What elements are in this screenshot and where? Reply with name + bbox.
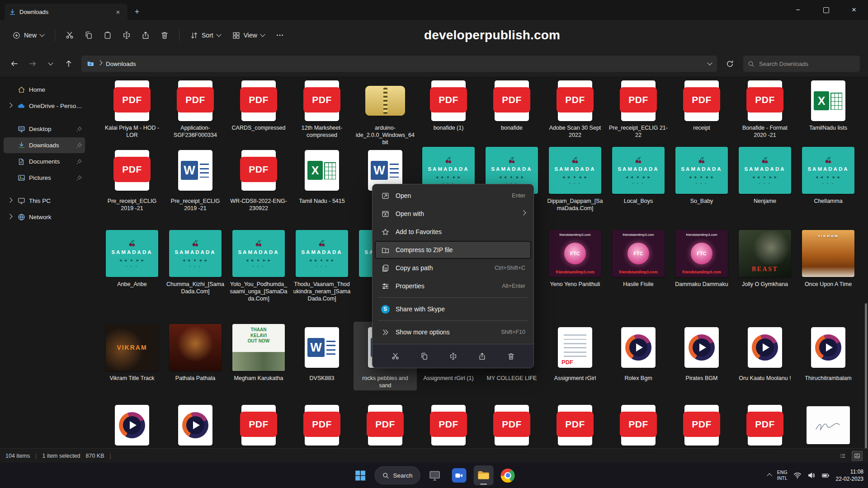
file-item[interactable]: PDF — [670, 403, 733, 450]
file-item[interactable]: PDF — [227, 403, 290, 450]
file-item-cards-compressed[interactable]: PDFCARDS_compressed — [227, 79, 290, 147]
file-item-thiruchitrambalam[interactable]: Thiruchitrambalam — [797, 322, 860, 390]
file-item[interactable]: PDF — [543, 403, 607, 450]
menu-item-copy-as-path[interactable]: Copy as pathCtrl+Shift+C — [375, 259, 531, 277]
expand-chevron-icon[interactable] — [7, 103, 12, 108]
sidebar-item-network[interactable]: Network — [4, 209, 85, 225]
file-item-once-upon-a-time[interactable]: VIKRAMOnce Upon A Time — [797, 228, 860, 304]
search-box[interactable] — [743, 56, 860, 72]
file-item-chellamma[interactable]: SAMADADA◄◄ ● ►►● ● ●Chellamma — [797, 145, 860, 213]
file-item-oru-kaatu-moolanu[interactable]: Oru Kaatu Moolanu ! — [733, 322, 797, 390]
address-bar[interactable]: Downloads — [81, 56, 717, 72]
sidebar-item-downloads[interactable]: Downloads — [4, 137, 85, 153]
paste-button[interactable] — [99, 27, 116, 43]
start-button[interactable] — [350, 465, 370, 485]
file-item-megham-karukatha[interactable]: THAANKELAVIOUT NOWMegham Karukatha — [227, 322, 290, 390]
cut-button[interactable] — [61, 27, 78, 43]
file-item-rolex-bgm[interactable]: Rolex Bgm — [607, 322, 670, 390]
language-indicator[interactable]: ENG INTL — [777, 469, 788, 481]
share-button[interactable] — [474, 348, 490, 364]
file-item-bonafide-format-2020-21[interactable]: PDFBonafide - Format 2020 -21 — [733, 79, 797, 147]
new-button[interactable]: New — [8, 28, 48, 43]
volume-icon[interactable] — [807, 471, 816, 479]
file-item-dippam-dappam-samadada-com[interactable]: SAMADADA◄◄ ● ►►● ● ●Dippam_Dappam_[SamaD… — [543, 145, 607, 213]
file-item-wr-cdsii-2022-eng-230922[interactable]: PDFWR-CDSII-2022-ENG-230922 — [227, 145, 290, 213]
tab-close-icon[interactable]: × — [113, 7, 123, 17]
sidebar-item-onedrive-persona[interactable]: OneDrive - Persona — [4, 98, 85, 114]
file-item-nenjame[interactable]: SAMADADA◄◄ ● ►►● ● ●Nenjame — [733, 145, 797, 213]
file-item-tamilnadu-lists[interactable]: XTamilNadu lists — [797, 79, 860, 147]
file-item[interactable] — [164, 403, 227, 450]
details-view-button[interactable] — [837, 451, 848, 461]
copy-button[interactable] — [80, 27, 97, 43]
file-item-application-sgf236f000334[interactable]: PDFApplication-SGF236F000334 — [164, 79, 227, 147]
file-item-pirates-bgm[interactable]: Pirates BGM — [670, 322, 733, 390]
file-item[interactable]: PDF — [417, 403, 480, 450]
cut-button[interactable] — [387, 348, 403, 364]
chrome-icon[interactable] — [498, 465, 518, 485]
file-item-bonafide[interactable]: PDFbonafide — [480, 79, 543, 147]
file-explorer-icon[interactable] — [473, 465, 493, 485]
new-tab-button[interactable]: + — [129, 5, 145, 19]
battery-icon[interactable] — [821, 471, 830, 480]
file-item-vikram-title-track[interactable]: VIKRAMVikram Title Track — [100, 322, 164, 390]
file-item-pre-receipt-eclig-2019-21[interactable]: WPre_receipt_ECLIG 2019 -21 — [164, 145, 227, 213]
breadcrumb[interactable]: Downloads — [106, 61, 136, 67]
file-item-kalai-priya-m-hod-lor[interactable]: PDFKalai Priya M - HOD - LOR — [100, 79, 164, 147]
file-item-local-boys[interactable]: SAMADADA◄◄ ● ►►● ● ●Local_Boys — [607, 145, 670, 213]
file-item-hasile-fisile[interactable]: friendstamilmp3.comFTCfriendstamilmp3.co… — [607, 228, 670, 304]
file-item-12th-marksheet-compressed[interactable]: PDF12th Marksheet-compressed — [290, 79, 354, 147]
sidebar-item-desktop[interactable]: Desktop — [4, 121, 85, 137]
share-button[interactable] — [137, 27, 154, 43]
file-item-thodu-vaanam-thodukindra-neram-samadada-com[interactable]: SAMADADA◄◄ ● ►►● ● ●Thodu_Vaanam_Thoduki… — [290, 228, 354, 304]
file-item[interactable]: PDF — [354, 403, 417, 450]
expand-chevron-icon[interactable] — [7, 197, 12, 202]
menu-item-show-more-options[interactable]: Show more optionsShift+F10 — [375, 323, 531, 341]
maximize-button[interactable] — [812, 0, 840, 20]
sidebar-item-this-pc[interactable]: This PC — [4, 193, 85, 209]
delete-button[interactable] — [156, 27, 173, 43]
wifi-icon[interactable] — [793, 471, 802, 479]
menu-item-open[interactable]: OpenEnter — [375, 187, 531, 205]
file-item[interactable]: PDF — [480, 403, 543, 450]
back-button[interactable] — [6, 56, 23, 72]
file-item-tamil-nadu-5415[interactable]: XTamil Nadu - 5415 — [290, 145, 354, 213]
tray-chevron-icon[interactable] — [768, 471, 771, 479]
file-item-bonafide-1[interactable]: PDFbonafide (1) — [417, 79, 480, 147]
forward-button[interactable] — [24, 56, 41, 72]
search-input[interactable] — [758, 60, 855, 68]
menu-item-compress-to-zip-file[interactable]: Compress to ZIP file — [375, 241, 531, 259]
file-item[interactable]: PDF — [733, 403, 797, 450]
sidebar-item-pictures[interactable]: Pictures — [4, 170, 85, 186]
sort-button[interactable]: Sort — [186, 28, 225, 43]
file-item-pre-receipt-eclig-21-22[interactable]: PDFPre_receipt_ECLIG 21-22 — [607, 79, 670, 147]
sidebar-item-documents[interactable]: Documents — [4, 154, 85, 169]
file-item[interactable]: PDF — [607, 403, 670, 450]
minimize-button[interactable]: − — [784, 0, 812, 20]
see-more-button[interactable] — [272, 27, 288, 43]
file-item-anbe-anbe[interactable]: SAMADADA◄◄ ● ►►● ● ●Anbe_Anbe — [100, 228, 164, 304]
file-item-chumma-kizhi-samadada-com[interactable]: SAMADADA◄◄ ● ►►● ● ●Chumma_Kizhi_[SamaDa… — [164, 228, 227, 304]
file-item-receipt[interactable]: PDFreceipt — [670, 79, 733, 147]
file-item-adobe-scan-30-sept-2022[interactable]: PDFAdobe Scan 30 Sept 2022 — [543, 79, 607, 147]
clock[interactable]: 11:08 22-02-2023 — [836, 468, 863, 483]
file-item-yolo-you-podhumda-saami-unga-samadada-com[interactable]: SAMADADA◄◄ ● ►►● ● ●Yolo_You_Podhumda_sa… — [227, 228, 290, 304]
menu-item-share-with-skype[interactable]: SShare with Skype — [375, 300, 531, 318]
copy-button[interactable] — [416, 348, 432, 364]
view-button[interactable]: View — [228, 28, 269, 43]
recent-locations-button[interactable] — [42, 56, 59, 72]
file-item-pathala-pathala[interactable]: Pathala Pathala — [164, 322, 227, 390]
file-item-dvsk883[interactable]: WDVSK883 — [290, 322, 354, 390]
sidebar-item-home[interactable]: Home — [4, 82, 85, 98]
file-item-yeno-yeno-panithuli[interactable]: friendstamilmp3.comFTCfriendstamilmp3.co… — [543, 228, 607, 304]
expand-chevron-icon[interactable] — [7, 214, 12, 219]
teams-icon[interactable] — [449, 465, 469, 485]
rename-button[interactable] — [118, 27, 135, 43]
close-button[interactable]: × — [840, 0, 868, 20]
app-icon-monitor[interactable] — [425, 465, 444, 485]
scrollbar-thumb[interactable] — [865, 303, 867, 460]
file-item-assignment-rgirl[interactable]: PDFAssignment rGirl — [543, 322, 607, 390]
file-item[interactable] — [100, 403, 164, 450]
file-item-arduino-ide-2-0-0-windows-64bit[interactable]: arduino-ide_2.0.0_Windows_64bit — [354, 79, 417, 147]
menu-item-open-with[interactable]: Open with — [375, 205, 531, 223]
